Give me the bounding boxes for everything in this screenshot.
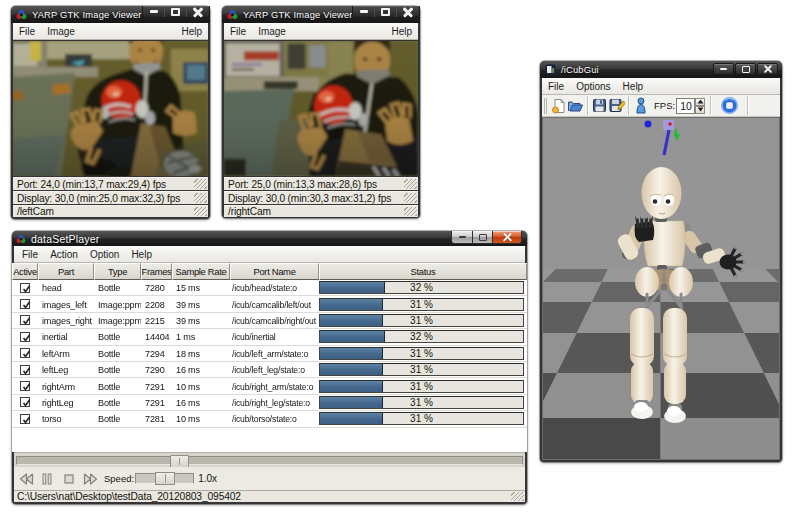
menu-help[interactable]: Help [125,249,158,260]
save-as-button[interactable] [608,96,625,115]
new-file-button[interactable] [550,96,567,115]
resize-grip-icon[interactable] [404,207,417,216]
rightcam-image [224,41,418,176]
table-row-images_left[interactable]: images_leftImage:ppm220839 ms/icub/camca… [12,296,527,312]
close-button[interactable] [396,6,419,17]
part-cell: leftArm [38,348,94,359]
leftcam-menubar: File Image Help [13,23,208,40]
active-checkbox[interactable] [20,365,30,375]
active-checkbox[interactable] [20,332,30,342]
icg-3d-view[interactable] [542,117,780,460]
menu-file[interactable]: File [16,249,44,260]
menu-options[interactable]: Options [570,81,616,92]
menu-file[interactable]: File [224,26,252,37]
resize-grip-icon[interactable] [194,193,207,203]
frames-text: 7291 [145,381,165,392]
table-row-head[interactable]: headBottle728015 ms/icub/head/state:o32 … [12,280,527,296]
open-file-button[interactable] [567,96,584,115]
toolbar-grip[interactable] [544,98,547,114]
column-header-frames[interactable]: Frames [141,263,172,280]
active-checkbox[interactable] [20,283,30,293]
column-header-port-name[interactable]: Port Name [230,263,319,280]
table-row-leftArm[interactable]: leftArmBottle729418 ms/icub/left_arm/sta… [12,346,527,362]
close-button[interactable] [757,63,778,75]
window-rightcam-viewer: YARP GTK Image Viewer File Image Help Po… [222,6,420,218]
save-button[interactable] [591,96,608,115]
fps-spinner[interactable] [695,98,705,114]
resize-grip-icon[interactable] [404,179,417,189]
speed-label: Speed: [104,473,134,484]
pause-button[interactable] [42,473,52,485]
minimize-button[interactable] [353,6,374,17]
menu-option[interactable]: Option [84,249,125,260]
part-cell: head [38,282,94,293]
toolbar-separator [710,96,711,115]
menu-file[interactable]: File [542,81,570,92]
leftcam-caption-buttons [142,6,210,18]
active-checkbox[interactable] [20,397,30,407]
port-text: /icub/right_leg/state:o [232,397,310,408]
resize-grip-icon[interactable] [194,179,207,189]
rightcam-display-status: Display: 30,0 (min:30,3 max:31,2) fps [224,191,418,204]
frames-text: 7294 [145,348,165,359]
close-button[interactable] [186,6,209,17]
menu-file[interactable]: File [13,26,41,37]
maximize-button[interactable] [472,231,493,244]
status-cell: 31 % [319,363,527,376]
frames-text: 14404 [145,331,169,342]
menu-image[interactable]: Image [252,26,292,37]
active-checkbox[interactable] [20,299,30,309]
speed-slider[interactable] [135,473,194,484]
table-row-rightLeg[interactable]: rightLegBottle729116 ms/icub/right_leg/s… [12,395,527,411]
spin-down-button[interactable] [695,106,705,114]
active-checkbox[interactable] [20,381,30,391]
menu-help[interactable]: Help [617,81,650,92]
menu-help[interactable]: Help [175,26,208,37]
port-text: /icub/right_arm/state:o [232,381,313,392]
menu-action[interactable]: Action [44,249,84,260]
table-row-inertial[interactable]: inertialBottle144041 ms/icub/inertial32 … [12,329,527,345]
fast-forward-button[interactable] [83,473,98,485]
part-text: rightLeg [42,397,73,408]
world-icon [721,97,738,114]
active-checkbox[interactable] [20,315,30,325]
speed-slider-thumb[interactable] [155,472,175,485]
active-checkbox[interactable] [20,348,30,358]
rewind-button[interactable] [19,473,34,485]
table-row-torso[interactable]: torsoBottle728110 ms/icub/torso/state:o3… [12,411,527,427]
maximize-button[interactable] [374,6,395,17]
column-header-sample-rate[interactable]: Sample Rate [172,263,230,280]
column-header-part[interactable]: Part [38,263,94,280]
maximize-button[interactable] [164,6,185,17]
resize-grip-icon[interactable] [404,193,417,203]
column-header-status[interactable]: Status [319,263,527,280]
robot-part-icon [634,97,648,114]
rate-text: 18 ms [176,348,200,359]
close-button[interactable] [493,231,522,244]
fps-input[interactable]: 10 [676,98,695,114]
robot-part-button[interactable] [632,96,649,115]
world-button[interactable] [714,96,744,115]
minimize-button[interactable] [451,231,472,244]
table-row-leftLeg[interactable]: leftLegBottle729016 ms/icub/left_leg/sta… [12,362,527,378]
stop-button[interactable] [64,474,74,484]
pause-icon [42,473,52,485]
table-row-images_right[interactable]: images_rightImage:ppm221539 ms/icub/camc… [12,313,527,329]
resize-grip-icon[interactable] [511,492,524,501]
timeline-track[interactable] [16,456,523,465]
status-percent-label: 31 % [320,413,523,424]
menu-help[interactable]: Help [385,26,418,37]
table-row-rightArm[interactable]: rightArmBottle729110 ms/icub/right_arm/s… [12,378,527,394]
resize-grip-icon[interactable] [194,207,207,216]
menu-image[interactable]: Image [41,26,81,37]
active-checkbox[interactable] [20,414,30,424]
dsp-titlebar[interactable]: dataSetPlayer [12,231,527,246]
spin-down-icon [697,107,704,112]
spin-up-button[interactable] [695,98,705,106]
column-header-type[interactable]: Type [94,263,141,280]
maximize-button[interactable] [735,63,756,75]
yarp-logo-icon [16,9,27,20]
minimize-button[interactable] [143,6,164,17]
minimize-button[interactable] [713,63,734,75]
column-header-active[interactable]: Active [12,263,38,280]
